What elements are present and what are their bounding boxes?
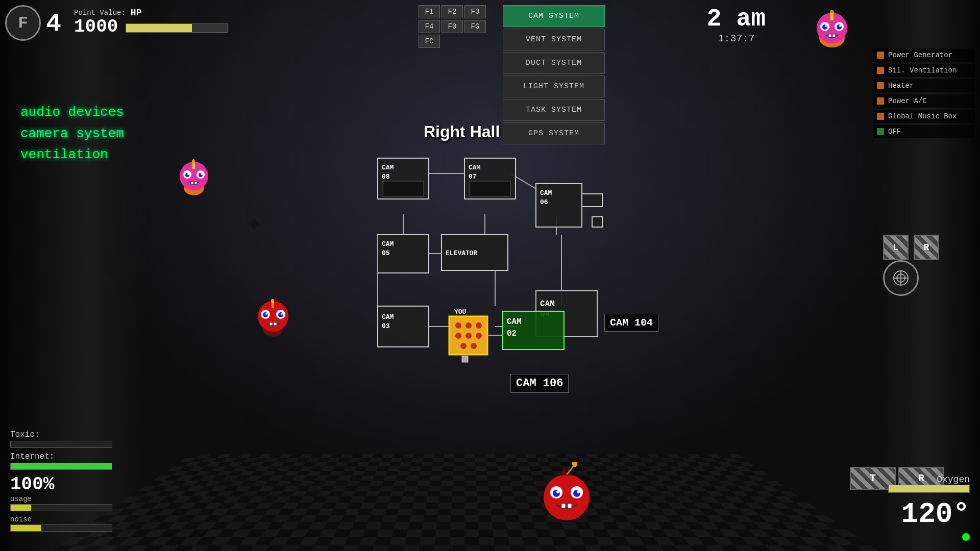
hp-bar-container: [126, 23, 228, 33]
time-hour: 2 am: [707, 5, 766, 33]
svg-point-70: [187, 173, 189, 175]
oxygen-bar-container: [888, 485, 970, 493]
l-button[interactable]: L: [883, 235, 909, 260]
svg-rect-97: [568, 504, 572, 508]
player-number: 4: [46, 9, 61, 38]
power-generator-label: Power Generator: [888, 51, 952, 59]
char-face-red-2-svg: [536, 462, 597, 523]
circle-btn-icon: [892, 269, 910, 287]
svg-point-80: [263, 312, 268, 317]
global-music-box-label: Global Music Box: [888, 112, 957, 120]
svg-rect-56: [462, 356, 468, 362]
map-svg: CAM 08 CAM 07 CAM 06 CAM 05 ELEVATOR CAM…: [347, 133, 664, 423]
svg-rect-9: [832, 34, 836, 37]
noise-label: noise: [10, 515, 112, 523]
system-panel: CAM SYSTEM VENT SYSTEM DUCT SYSTEM LIGHT…: [503, 5, 605, 146]
svg-text:CAM: CAM: [540, 189, 552, 197]
oxygen-label: Oxygen: [888, 474, 970, 485]
func-btn-f0[interactable]: F0: [442, 20, 463, 33]
svg-rect-84: [270, 322, 273, 325]
power-generator-indicator: [877, 52, 884, 59]
noise-bar-container: [10, 524, 112, 532]
f-logo: F: [5, 5, 41, 41]
global-music-box-item: Global Music Box: [873, 110, 975, 123]
circle-button[interactable]: [883, 260, 919, 296]
func-btn-f1[interactable]: F1: [419, 5, 440, 18]
usage-label: usage: [10, 495, 112, 503]
point-value: 1000: [74, 18, 118, 36]
heater-indicator: [877, 82, 884, 89]
usage-bar: [11, 505, 31, 511]
status-dot-green: [962, 533, 970, 541]
menu-camera-system[interactable]: camera system: [20, 123, 124, 145]
toxic-bar-container: [10, 441, 112, 448]
svg-point-48: [465, 322, 472, 329]
svg-point-53: [460, 343, 467, 349]
svg-text:CAM: CAM: [382, 240, 394, 248]
svg-rect-24: [383, 181, 424, 196]
char-face-svg: [812, 10, 852, 51]
hp-label: HP: [131, 8, 142, 18]
point-value-label: Point Value:: [74, 9, 126, 17]
map-container: Right Hall CAM 08 CAM 07: [347, 102, 664, 408]
svg-rect-73: [194, 182, 197, 184]
svg-point-82: [265, 313, 267, 315]
svg-point-94: [556, 490, 559, 493]
func-buttons: F1 F2 F3 F4 F0 FG FC: [419, 5, 505, 48]
power-ac-indicator: [877, 97, 884, 105]
menu-ventilation[interactable]: ventilation: [20, 144, 124, 166]
svg-rect-32: [582, 194, 602, 207]
menu-audio-devices[interactable]: audio devices: [20, 102, 124, 123]
svg-point-47: [455, 322, 461, 329]
svg-text:02: 02: [507, 329, 517, 338]
svg-point-95: [577, 490, 580, 493]
left-menu: audio devices camera system ventilation: [20, 102, 124, 166]
svg-rect-33: [592, 217, 602, 227]
svg-point-5: [837, 24, 842, 30]
time-display: 2 am 1:37:7: [707, 5, 766, 44]
svg-point-7: [839, 25, 841, 27]
cam-104-label: CAM 104: [604, 314, 658, 332]
func-btn-f4[interactable]: F4: [419, 20, 440, 33]
svg-text:CAM: CAM: [382, 313, 394, 321]
duct-system-btn[interactable]: DUCT SYSTEM: [503, 52, 605, 74]
svg-point-52: [476, 333, 482, 339]
sil-ventilation-label: Sil. Ventilation: [888, 66, 957, 74]
func-btn-f3[interactable]: F3: [464, 5, 486, 18]
bottom-right-stats: Oxygen 120°: [888, 474, 970, 541]
r-button[interactable]: R: [914, 235, 939, 260]
func-btn-fc[interactable]: FC: [419, 35, 440, 48]
gps-system-btn[interactable]: GPS SYSTEM: [503, 122, 605, 144]
svg-point-49: [476, 322, 482, 329]
char-face-top-right: [812, 10, 852, 51]
svg-point-50: [455, 333, 461, 339]
svg-text:YOU: YOU: [454, 308, 466, 316]
svg-point-6: [825, 25, 827, 27]
svg-text:03: 03: [382, 322, 390, 330]
svg-point-88: [271, 299, 274, 303]
svg-text:05: 05: [382, 249, 390, 257]
char-face-red-2: [536, 462, 597, 525]
svg-text:CAM: CAM: [507, 317, 522, 327]
sil-ventilation-indicator: [877, 67, 884, 74]
task-system-btn[interactable]: TASK SYSTEM: [503, 99, 605, 121]
internet-pct: 100%: [10, 474, 112, 495]
char-face-red-1: [250, 296, 296, 344]
f-logo-text: F: [18, 14, 28, 33]
svg-rect-8: [828, 34, 831, 37]
func-btn-fg[interactable]: FG: [464, 20, 486, 33]
cam-106-label: CAM 106: [510, 374, 569, 393]
func-btn-f2[interactable]: F2: [442, 5, 463, 18]
off-indicator: [877, 128, 884, 135]
cam-system-btn[interactable]: CAM SYSTEM: [503, 5, 605, 27]
svg-point-51: [465, 333, 472, 339]
svg-point-89: [544, 474, 590, 520]
svg-rect-72: [191, 182, 193, 184]
svg-text:06: 06: [540, 198, 548, 206]
floor: [51, 454, 878, 551]
svg-rect-85: [274, 322, 277, 325]
vent-system-btn[interactable]: VENT SYSTEM: [503, 29, 605, 51]
power-ac-item: Power A/C: [873, 94, 975, 108]
light-system-btn[interactable]: LIGHT SYSTEM: [503, 76, 605, 97]
svg-rect-28: [470, 181, 510, 196]
